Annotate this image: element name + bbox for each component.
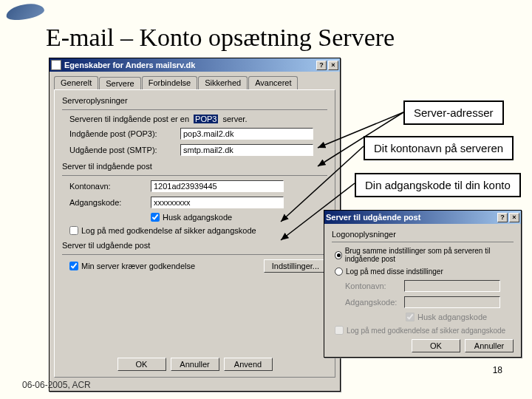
account-label-2: Kontonavn: — [345, 282, 404, 290]
group-server-info: Serveroplysninger Serveren til indgående… — [62, 96, 327, 156]
group-outgoing: Server til udgående post Min server kræv… — [62, 241, 327, 273]
incoming-type-label-a: Serveren til indgående post er en — [69, 115, 189, 123]
server-requires-auth-label: Min server kræver godkendelse — [81, 262, 195, 270]
remember-password-checkbox[interactable] — [151, 213, 160, 222]
close-button-2[interactable]: × — [509, 213, 519, 222]
radio-same-settings-label: Brug samme indstillinger som på serveren… — [345, 247, 514, 263]
help-button[interactable]: ? — [316, 61, 327, 70]
tab-forbindelse[interactable]: Forbindelse — [142, 76, 197, 89]
titlebar: Egenskaber for Anders mailsrv.dk ? × — [50, 58, 340, 72]
incoming-type-value: POP3 — [194, 115, 218, 123]
page-title: E-mail – Konto opsætning Servere — [46, 24, 395, 52]
remember-label-2: Husk adgangskode — [417, 313, 487, 321]
account-input[interactable] — [151, 180, 284, 192]
window-title-2: Server til udgående post — [326, 213, 420, 222]
ok-button[interactable]: OK — [117, 358, 166, 371]
cancel-button-2[interactable]: Annuller — [465, 339, 514, 352]
help-button-2[interactable]: ? — [497, 213, 508, 222]
titlebar-2: Server til udgående post ? × — [324, 211, 521, 224]
tab-avanceret[interactable]: Avanceret — [248, 76, 298, 89]
callout-server-addresses: Server-adresser — [403, 100, 504, 125]
properties-dialog: Egenskaber for Anders mailsrv.dk ? × Gen… — [49, 58, 341, 392]
slide-footer: 06-06-2005, ACR — [22, 380, 91, 390]
account-label: Kontonavn: — [69, 182, 151, 191]
remember-checkbox-2 — [406, 313, 415, 321]
tab-strip: Generelt Servere Forbindelse Sikkerhed A… — [54, 76, 335, 89]
password-input-2 — [404, 296, 500, 308]
account-input-2 — [404, 280, 500, 292]
pop3-input[interactable] — [180, 128, 313, 140]
radio-these-settings[interactable] — [335, 267, 343, 276]
group-title-incoming: Server til indgående post — [62, 162, 327, 171]
window-icon — [51, 60, 61, 70]
incoming-type-label-b: server. — [222, 115, 247, 123]
ok-button-2[interactable]: OK — [412, 339, 460, 352]
group-incoming: Server til indgående post Kontonavn: Adg… — [62, 162, 327, 235]
window-title: Egenskaber for Anders mailsrv.dk — [64, 61, 195, 69]
password-input[interactable] — [151, 197, 284, 208]
secure-label-2: Log på med godkendelse af sikker adgangs… — [347, 327, 505, 335]
radio-these-settings-label: Log på med disse indstillinger — [346, 267, 443, 276]
dialog2-body: Logonoplysninger Brug samme indstillinge… — [324, 224, 521, 358]
group-title-logon: Logonoplysninger — [332, 230, 514, 239]
server-requires-auth-checkbox[interactable] — [69, 262, 78, 270]
settings-button[interactable]: Indstillinger... — [264, 259, 327, 273]
smtp-input[interactable] — [180, 144, 313, 156]
remember-password-label: Husk adgangskode — [163, 213, 232, 222]
password-label-2: Adgangskode: — [345, 298, 404, 307]
pop3-label: Indgående post (POP3): — [69, 129, 180, 138]
tab-sikkerhed[interactable]: Sikkerhed — [198, 76, 248, 89]
secure-auth-checkbox[interactable] — [69, 226, 78, 235]
smtp-label: Udgående post (SMTP): — [69, 146, 180, 154]
group-title-outgoing: Server til udgående post — [62, 241, 327, 250]
cancel-button[interactable]: Annuller — [171, 358, 219, 371]
apply-button[interactable]: Anvend — [224, 358, 273, 371]
password-label: Adgangskode: — [69, 198, 151, 207]
dialog-buttons: OK Annuller Anvend — [55, 358, 335, 371]
secure-checkbox-2 — [335, 326, 344, 335]
callout-password: Din adgangskode til din konto — [355, 173, 521, 197]
group-title-server-info: Serveroplysninger — [62, 96, 327, 105]
outgoing-server-dialog: Server til udgående post ? × Logonoplysn… — [324, 210, 522, 358]
tab-panel: Serveroplysninger Serveren til indgående… — [54, 89, 335, 378]
radio-same-settings[interactable] — [335, 251, 342, 259]
logo — [5, 1, 46, 23]
tab-servere[interactable]: Servere — [99, 77, 141, 90]
tab-generelt[interactable]: Generelt — [54, 76, 98, 89]
close-button[interactable]: × — [328, 61, 338, 70]
secure-auth-label: Log på med godkendelse af sikker adgangs… — [81, 226, 256, 235]
callout-account-name: Dit kontonavn på serveren — [364, 136, 514, 160]
slide-number: 18 — [493, 365, 502, 375]
